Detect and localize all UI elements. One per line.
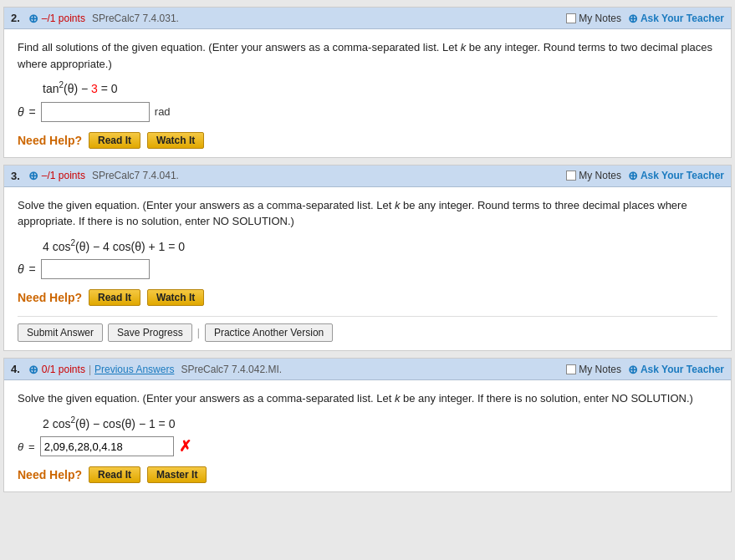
question-3-separator: |: [197, 327, 200, 339]
question-4-notes-label: My Notes: [579, 364, 621, 375]
question-3-answer-line: θ =: [18, 259, 717, 279]
question-3-ask-plus-icon: ⊕: [628, 169, 638, 182]
question-4-pipe: |: [89, 364, 91, 375]
question-3: 3. ⊕ –/1 points SPreCalc7 7.4.041. My No…: [3, 165, 732, 352]
question-3-equals: =: [29, 262, 36, 276]
question-2-notes-label: My Notes: [579, 13, 621, 24]
question-2-header-left: 2. ⊕ –/1 points SPreCalc7 7.4.031.: [11, 12, 566, 25]
question-2-header: 2. ⊕ –/1 points SPreCalc7 7.4.031. My No…: [4, 8, 731, 29]
question-3-header-right: My Notes ⊕ Ask Your Teacher: [566, 169, 724, 182]
question-2-body: Find all solutions of the given equation…: [4, 29, 731, 157]
question-4-notes-checkbox[interactable]: [566, 364, 576, 374]
question-3-text: Solve the given equation. (Enter your an…: [18, 197, 717, 230]
question-2-eq-red: 3: [91, 82, 98, 95]
question-3-notes-checkbox[interactable]: [566, 171, 576, 181]
question-4-master-it-button[interactable]: Master It: [147, 466, 207, 483]
question-4-theta-label: θ: [18, 440, 23, 453]
question-2-ask-teacher-label: Ask Your Teacher: [641, 13, 724, 24]
question-3-watch-it-button[interactable]: Watch It: [147, 289, 204, 306]
question-2-points: –/1 points: [42, 13, 85, 24]
question-2-rad-label: rad: [155, 105, 171, 118]
question-2-notes-checkbox[interactable]: [566, 13, 576, 23]
question-3-submit-row: Submit Answer Save Progress | Practice A…: [18, 316, 717, 342]
question-4-equation: 2 cos2(θ) − cos(θ) − 1 = 0: [43, 415, 717, 430]
question-4-body: Solve the given equation. (Enter your an…: [4, 380, 731, 491]
question-4-need-help-row: Need Help? Read It Master It: [18, 466, 717, 483]
question-2-need-help-label: Need Help?: [18, 134, 82, 147]
question-2-k-var: k: [461, 41, 467, 53]
question-4-header-right: My Notes ⊕ Ask Your Teacher: [566, 363, 724, 376]
question-2: 2. ⊕ –/1 points SPreCalc7 7.4.031. My No…: [3, 7, 732, 158]
question-2-equals: =: [29, 105, 36, 119]
question-4-notes-area: My Notes: [566, 364, 621, 375]
question-4-course: SPreCalc7 7.4.042.MI.: [181, 364, 282, 375]
question-4-answer-input[interactable]: [40, 436, 174, 456]
question-3-need-help-label: Need Help?: [18, 291, 82, 304]
question-3-need-help-row: Need Help? Read It Watch It: [18, 289, 717, 306]
question-3-practice-button[interactable]: Practice Another Version: [205, 323, 333, 342]
question-2-equation: tan2(θ) − 3 = 0: [43, 80, 717, 95]
question-2-course: SPreCalc7 7.4.031.: [92, 13, 179, 24]
question-3-header-left: 3. ⊕ –/1 points SPreCalc7 7.4.041.: [11, 169, 566, 182]
question-2-header-right: My Notes ⊕ Ask Your Teacher: [566, 12, 724, 25]
question-2-notes-area: My Notes: [566, 13, 621, 24]
question-3-save-progress-button[interactable]: Save Progress: [108, 323, 192, 342]
question-3-read-it-button[interactable]: Read It: [89, 289, 140, 306]
question-3-body: Solve the given equation. (Enter your an…: [4, 187, 731, 351]
question-3-answer-input[interactable]: [41, 259, 150, 279]
question-2-ask-plus-icon: ⊕: [628, 12, 638, 25]
question-3-theta-label: θ: [18, 262, 24, 276]
question-3-course: SPreCalc7 7.4.041.: [92, 170, 179, 181]
question-2-text: Find all solutions of the given equation…: [18, 39, 717, 72]
question-3-submit-button[interactable]: Submit Answer: [18, 323, 103, 342]
question-3-notes-label: My Notes: [579, 170, 621, 181]
question-4-prev-answers-link[interactable]: Previous Answers: [94, 364, 174, 375]
question-4-ask-plus-icon: ⊕: [628, 363, 638, 376]
question-4-text: Solve the given equation. (Enter your an…: [18, 390, 717, 407]
question-4: 4. ⊕ 0/1 points | Previous Answers SPreC…: [3, 358, 732, 492]
question-4-plus-icon[interactable]: ⊕: [28, 363, 38, 376]
question-3-k-var: k: [395, 199, 401, 211]
question-4-equals: =: [28, 440, 35, 453]
question-4-ask-teacher[interactable]: ⊕ Ask Your Teacher: [628, 363, 724, 376]
question-4-points: 0/1 points: [42, 364, 85, 375]
question-2-plus-icon[interactable]: ⊕: [28, 12, 38, 25]
question-3-points: –/1 points: [42, 170, 85, 181]
question-2-theta-label: θ: [18, 105, 24, 119]
question-2-number: 2.: [11, 12, 20, 24]
question-2-read-it-button[interactable]: Read It: [89, 132, 140, 149]
question-4-number: 4.: [11, 363, 20, 375]
question-4-header-left: 4. ⊕ 0/1 points | Previous Answers SPreC…: [11, 363, 566, 376]
question-2-need-help-row: Need Help? Read It Watch It: [18, 132, 717, 149]
question-3-notes-area: My Notes: [566, 170, 621, 181]
question-4-ask-teacher-label: Ask Your Teacher: [641, 364, 724, 375]
question-2-ask-teacher[interactable]: ⊕ Ask Your Teacher: [628, 12, 724, 25]
question-4-answer-line: θ = ✗: [18, 436, 717, 456]
question-2-answer-line: θ = rad: [18, 102, 717, 122]
question-4-header: 4. ⊕ 0/1 points | Previous Answers SPreC…: [4, 359, 731, 380]
question-4-error-icon: ✗: [179, 437, 191, 456]
question-3-equation: 4 cos2(θ) − 4 cos(θ) + 1 = 0: [43, 238, 717, 253]
question-2-answer-input[interactable]: [41, 102, 150, 122]
question-3-ask-teacher-label: Ask Your Teacher: [641, 170, 724, 181]
question-4-k-var: k: [395, 392, 401, 405]
question-4-need-help-label: Need Help?: [18, 468, 82, 481]
question-2-watch-it-button[interactable]: Watch It: [147, 132, 204, 149]
question-3-header: 3. ⊕ –/1 points SPreCalc7 7.4.041. My No…: [4, 165, 731, 187]
question-4-read-it-button[interactable]: Read It: [89, 466, 140, 483]
question-3-plus-icon[interactable]: ⊕: [28, 169, 38, 182]
question-3-number: 3.: [11, 170, 20, 182]
question-3-ask-teacher[interactable]: ⊕ Ask Your Teacher: [628, 169, 724, 182]
